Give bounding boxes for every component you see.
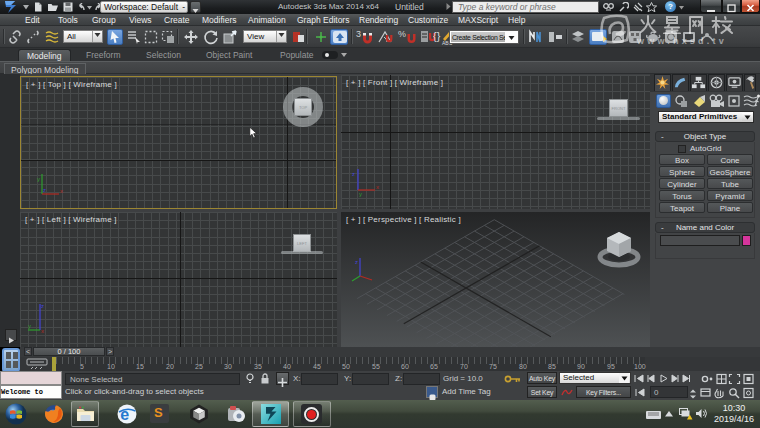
- svg-text:e: e: [120, 406, 129, 423]
- svg-text:x: x: [60, 188, 63, 194]
- svg-text:z: z: [41, 303, 44, 309]
- svg-text:{}: {}: [433, 30, 441, 42]
- svg-text:x: x: [41, 328, 44, 334]
- svg-text:z: z: [352, 171, 355, 177]
- svg-text:z: z: [355, 259, 358, 265]
- svg-text:y: y: [359, 191, 362, 197]
- svg-text:y: y: [37, 176, 40, 182]
- svg-text:y: y: [28, 323, 31, 329]
- svg-text:z: z: [43, 187, 46, 193]
- svg-text:x: x: [376, 184, 379, 190]
